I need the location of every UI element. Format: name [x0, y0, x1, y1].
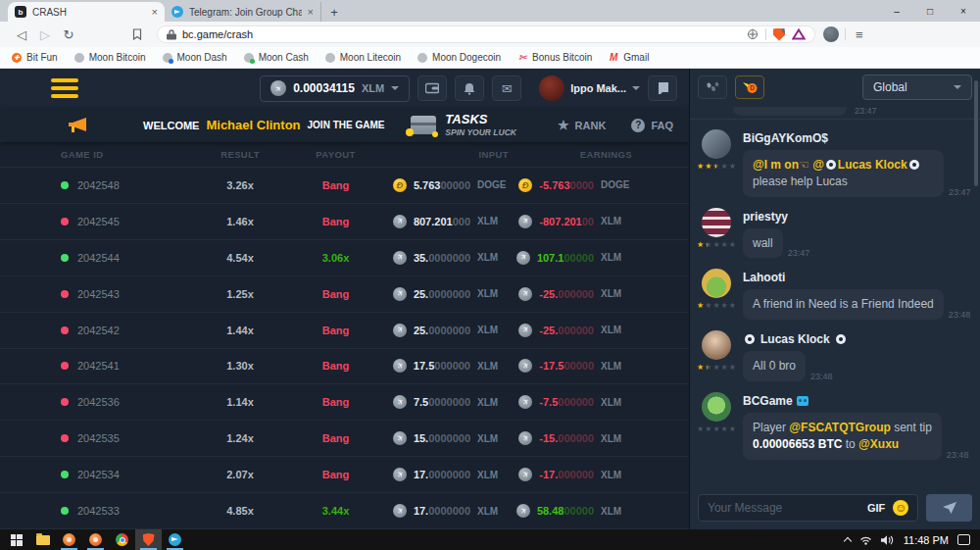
table-row[interactable]: 2042548 3.26x Bang 5.76300000DOGE -5.763… — [0, 168, 689, 204]
earnings-cell: -15.000000XLM — [514, 431, 638, 445]
table-row[interactable]: 2042535 1.24x Bang 15.0000000XLM -15.000… — [0, 421, 689, 457]
back-button[interactable]: ◁ — [10, 24, 33, 45]
bookmark-moon-cash[interactable]: Moon Cash — [244, 52, 309, 63]
tasks-widget[interactable]: TASKS SPIN YOUR LUCK — [411, 113, 516, 136]
payout-value: Bang — [289, 396, 382, 408]
browser-tab-crash[interactable]: CRASH — [8, 2, 165, 22]
mention[interactable]: @FSCATQTGroup — [789, 421, 890, 434]
mention[interactable]: @ — [812, 158, 824, 172]
input-cell: 807.201000XLM — [382, 215, 514, 228]
send-button[interactable] — [926, 494, 972, 522]
new-tab-button[interactable] — [321, 2, 347, 22]
bell-icon — [464, 82, 475, 95]
bat-triangle-icon[interactable] — [792, 28, 806, 40]
table-row[interactable]: 2042533 4.85x 3.44x 17.0000000XLM 58.480… — [0, 493, 689, 529]
volume-icon[interactable] — [881, 535, 895, 545]
wallet-button[interactable] — [417, 75, 447, 101]
table-row[interactable]: 2042536 1.14x Bang 7.50000000XLM -7.5000… — [0, 384, 689, 421]
mention[interactable]: @I m on — [753, 158, 799, 172]
chat-scrollbar[interactable] — [974, 80, 978, 186]
chat-input-box[interactable]: GIF ☺ — [698, 494, 918, 522]
table-row[interactable]: 2042544 4.54x 3.06x 35.0000000XLM 107.10… — [0, 240, 689, 276]
bookmark-bitfun[interactable]: Bit Fun — [12, 52, 58, 63]
browser-tab-telegram[interactable]: Telegram: Join Group Chat — [165, 2, 321, 22]
close-tab-icon[interactable] — [308, 7, 314, 18]
fireball-button[interactable]: D — [735, 75, 764, 99]
earnings-cell: -25.000000XLM — [514, 324, 638, 337]
table-row[interactable]: 2042534 2.07x Bang 17.0000000XLM -17.000… — [0, 457, 689, 493]
mention[interactable]: @Xuxu — [858, 437, 899, 451]
chat-bubble: Player @FSCATQTGroup sent tip0.00006653 … — [743, 413, 942, 460]
pointing-hand-icon: ☜ — [799, 158, 809, 172]
start-button[interactable] — [3, 529, 29, 550]
target-icon[interactable] — [747, 28, 759, 40]
wifi-icon[interactable] — [859, 535, 872, 545]
windows-taskbar: 11:48 PM — [0, 529, 980, 550]
notifications-button[interactable] — [455, 75, 484, 101]
emoji-button[interactable]: ☺ — [893, 500, 908, 516]
telegram-button[interactable] — [162, 529, 188, 550]
balance-selector[interactable]: 0.00034115 XLM — [260, 75, 410, 102]
chat-username[interactable]: BCGame — [743, 394, 974, 408]
chat-bubble: All 0 bro — [743, 351, 806, 381]
chat-username[interactable]: Lahooti — [743, 271, 974, 284]
bookmark-moon-dogecoin[interactable]: Moon Dogecoin — [417, 52, 501, 63]
minimize-button[interactable] — [880, 0, 913, 22]
user-menu[interactable]: Ippo Mak... — [539, 75, 640, 101]
close-window-button[interactable] — [947, 0, 980, 22]
notification-center-icon[interactable] — [957, 534, 970, 545]
chat-messages[interactable]: ★★★★★ BiGgAYKomO$ @I m on☜ @Lucas Klock … — [690, 120, 980, 486]
gif-button[interactable]: GIF — [867, 502, 885, 514]
rain-button[interactable] — [698, 75, 727, 99]
bookmark-bonus-bitcoin[interactable]: Bonus Bitcoin — [517, 52, 592, 63]
moon-icon — [244, 53, 254, 63]
taskbar-app-2[interactable] — [82, 529, 109, 550]
browser-profile-icon[interactable] — [823, 26, 839, 42]
welcome-banner: WELCOME Michael Clinton JOIN THE GAME TA… — [0, 108, 689, 142]
coin-icon — [393, 359, 407, 373]
table-row[interactable]: 2042545 1.46x Bang 807.201000XLM -807.20… — [0, 204, 689, 240]
bookmark-flag-icon[interactable] — [125, 24, 149, 45]
table-row[interactable]: 2042542 1.44x Bang 25.0000000XLM -25.000… — [0, 313, 689, 349]
chat-channel-select[interactable]: Global — [862, 75, 972, 100]
reload-button[interactable]: ↻ — [57, 24, 80, 45]
browser-menu-icon[interactable] — [852, 27, 867, 42]
hamburger-menu-icon[interactable] — [51, 78, 78, 98]
rank-button[interactable]: ★ RANK — [558, 119, 606, 131]
star-rating: ★★★★★ — [697, 364, 736, 372]
chat-message-input[interactable] — [708, 501, 859, 515]
bookmark-gmail[interactable]: Gmail — [609, 52, 649, 63]
avatar — [702, 392, 731, 422]
chat-username[interactable]: priestyy — [743, 210, 974, 224]
chat-toggle-button[interactable] — [648, 75, 677, 101]
messages-button[interactable]: ✉ — [492, 75, 521, 101]
close-tab-icon[interactable] — [152, 7, 158, 18]
brave-shield-icon[interactable]: 0 — [773, 28, 785, 41]
mention[interactable]: Lucas Klock — [838, 158, 907, 172]
coin-icon — [393, 431, 407, 445]
welcome-label: WELCOME — [143, 120, 199, 131]
chat-username[interactable]: Lucas Klock — [743, 332, 974, 346]
address-bar[interactable]: bc.game/crash 0 — [157, 25, 815, 43]
earnings-cell: -17.000000XLM — [514, 468, 638, 481]
brave-button[interactable] — [135, 529, 162, 550]
tray-expand-icon[interactable] — [843, 537, 851, 545]
table-row[interactable]: 2042541 1.30x Bang 17.5000000XLM -17.500… — [0, 349, 689, 385]
chat-bubble: wall — [743, 228, 783, 259]
input-cell: 7.50000000XLM — [382, 395, 514, 409]
file-explorer-button[interactable] — [29, 529, 56, 550]
maximize-button[interactable] — [913, 0, 947, 22]
game-id: 2042545 — [77, 216, 120, 227]
bookmark-moon-litecoin[interactable]: Moon Litecoin — [325, 52, 401, 63]
forward-button[interactable]: ▷ — [33, 24, 57, 45]
coin-icon — [518, 468, 532, 481]
table-row[interactable]: 2042543 1.25x Bang 25.0000000XLM -25.000… — [0, 276, 689, 313]
faq-button[interactable]: FAQ — [631, 119, 673, 132]
chat-username[interactable]: BiGgAYKomO$ — [743, 131, 974, 145]
taskbar-app-1[interactable] — [56, 529, 82, 550]
clock[interactable]: 11:48 PM — [904, 534, 949, 546]
bookmark-moon-bitcoin[interactable]: Moon Bitcoin — [74, 52, 146, 63]
payout-value: Bang — [289, 469, 382, 480]
bookmark-moon-dash[interactable]: Moon Dash — [163, 52, 227, 63]
chrome-button[interactable] — [109, 529, 135, 550]
